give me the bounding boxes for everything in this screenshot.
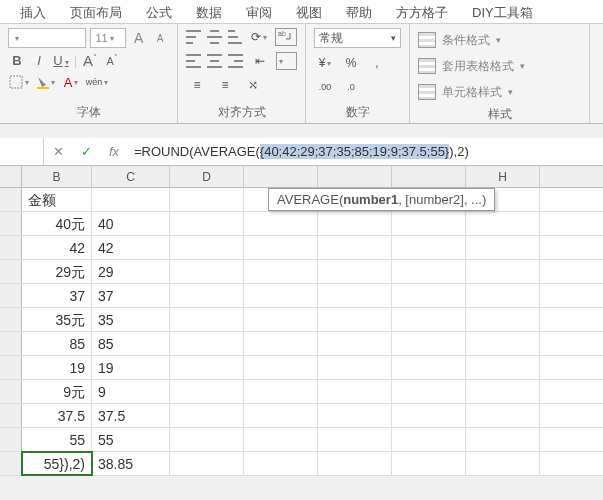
cell[interactable]	[318, 428, 392, 451]
cell[interactable]	[170, 380, 244, 403]
cell[interactable]: 35	[92, 308, 170, 331]
cell[interactable]	[244, 260, 318, 283]
row-header[interactable]	[0, 260, 22, 283]
cell[interactable]: 55	[92, 428, 170, 451]
row-header[interactable]	[0, 404, 22, 427]
cell[interactable]	[244, 284, 318, 307]
col-header[interactable]	[392, 166, 466, 187]
cell[interactable]	[318, 404, 392, 427]
font-size-select[interactable]: 11	[90, 28, 125, 48]
conditional-format-button[interactable]: 条件格式▾	[418, 28, 581, 52]
name-box[interactable]	[0, 138, 44, 165]
cell[interactable]	[318, 452, 392, 475]
cell-style-button[interactable]: 单元格样式▾	[418, 80, 581, 104]
cell[interactable]: 55	[22, 428, 92, 451]
cell[interactable]	[466, 452, 540, 475]
cell[interactable]	[466, 428, 540, 451]
cell[interactable]	[318, 284, 392, 307]
cell[interactable]: 19	[92, 356, 170, 379]
ribbon-tab[interactable]: 视图	[284, 0, 334, 23]
col-header[interactable]: H	[466, 166, 540, 187]
cell[interactable]	[466, 404, 540, 427]
merge-button[interactable]	[276, 52, 297, 70]
row-header[interactable]	[0, 332, 22, 355]
cell[interactable]	[466, 212, 540, 235]
cancel-icon[interactable]: ✕	[44, 144, 72, 159]
cell[interactable]	[392, 236, 466, 259]
cell[interactable]	[392, 212, 466, 235]
cell[interactable]: 35元	[22, 308, 92, 331]
indent-left-icon[interactable]: ⇤	[249, 52, 270, 70]
cell[interactable]	[244, 236, 318, 259]
underline-button[interactable]: U	[52, 53, 70, 68]
cell[interactable]	[466, 236, 540, 259]
cell[interactable]	[392, 380, 466, 403]
formula-input[interactable]: =ROUND(AVERAGE({40;42;29;37;35;85;19;9;3…	[128, 144, 603, 159]
cell[interactable]	[392, 452, 466, 475]
col-header[interactable]	[244, 166, 318, 187]
cell[interactable]	[466, 332, 540, 355]
align-left-icon[interactable]	[186, 54, 201, 68]
cell[interactable]	[466, 308, 540, 331]
font-family-select[interactable]	[8, 28, 86, 48]
decrease-decimal-icon[interactable]: .0	[340, 78, 362, 96]
cell[interactable]	[392, 356, 466, 379]
cell[interactable]	[244, 356, 318, 379]
cell[interactable]	[170, 188, 244, 211]
cell[interactable]: 金额	[22, 188, 92, 211]
cell[interactable]: 37.5	[92, 404, 170, 427]
font-shrink-icon[interactable]: A˅	[103, 54, 121, 67]
cell[interactable]	[392, 260, 466, 283]
cell[interactable]	[466, 356, 540, 379]
ribbon-tab[interactable]: 数据	[184, 0, 234, 23]
border-button[interactable]	[8, 73, 30, 91]
align-bottom-icon[interactable]	[228, 30, 243, 44]
cell[interactable]	[466, 260, 540, 283]
decrease-font-icon[interactable]: A	[151, 29, 169, 47]
cell[interactable]	[170, 332, 244, 355]
align-center-icon[interactable]	[207, 54, 222, 68]
cell[interactable]	[170, 404, 244, 427]
cell[interactable]	[466, 380, 540, 403]
align-middle-icon[interactable]	[207, 30, 222, 44]
cell[interactable]	[318, 260, 392, 283]
cell[interactable]	[170, 356, 244, 379]
indent-increase-icon[interactable]: ≡	[214, 76, 236, 94]
cell[interactable]	[170, 308, 244, 331]
row-header[interactable]	[0, 236, 22, 259]
cell[interactable]	[318, 356, 392, 379]
col-header[interactable]: C	[92, 166, 170, 187]
phonetic-button[interactable]: wén	[86, 73, 108, 91]
cell[interactable]: 37.5	[22, 404, 92, 427]
increase-decimal-icon[interactable]: .00	[314, 78, 336, 96]
orientation-button[interactable]: ⟳	[248, 28, 269, 46]
cell[interactable]	[318, 212, 392, 235]
ribbon-tab[interactable]: DIY工具箱	[460, 0, 545, 23]
cell[interactable]: 29元	[22, 260, 92, 283]
cell[interactable]	[318, 308, 392, 331]
row-header[interactable]	[0, 212, 22, 235]
fx-icon[interactable]: fx	[100, 144, 128, 159]
row-header[interactable]	[0, 188, 22, 211]
row-header[interactable]	[0, 428, 22, 451]
cell[interactable]: 85	[92, 332, 170, 355]
ribbon-tab[interactable]: 审阅	[234, 0, 284, 23]
cell[interactable]	[392, 284, 466, 307]
select-all-corner[interactable]	[0, 166, 22, 187]
cell[interactable]: 9元	[22, 380, 92, 403]
cell[interactable]	[170, 236, 244, 259]
increase-font-icon[interactable]: A	[130, 29, 148, 47]
cell[interactable]: 37	[92, 284, 170, 307]
cell[interactable]	[244, 428, 318, 451]
cell[interactable]	[244, 404, 318, 427]
cell[interactable]: 55}),2)	[22, 452, 92, 475]
cell[interactable]	[170, 452, 244, 475]
cell[interactable]	[318, 332, 392, 355]
font-grow-icon[interactable]: A˄	[81, 52, 99, 69]
cell[interactable]	[244, 332, 318, 355]
row-header[interactable]	[0, 308, 22, 331]
bold-button[interactable]: B	[8, 53, 26, 68]
cell[interactable]	[318, 236, 392, 259]
cell[interactable]	[170, 212, 244, 235]
align-right-icon[interactable]	[228, 54, 243, 68]
